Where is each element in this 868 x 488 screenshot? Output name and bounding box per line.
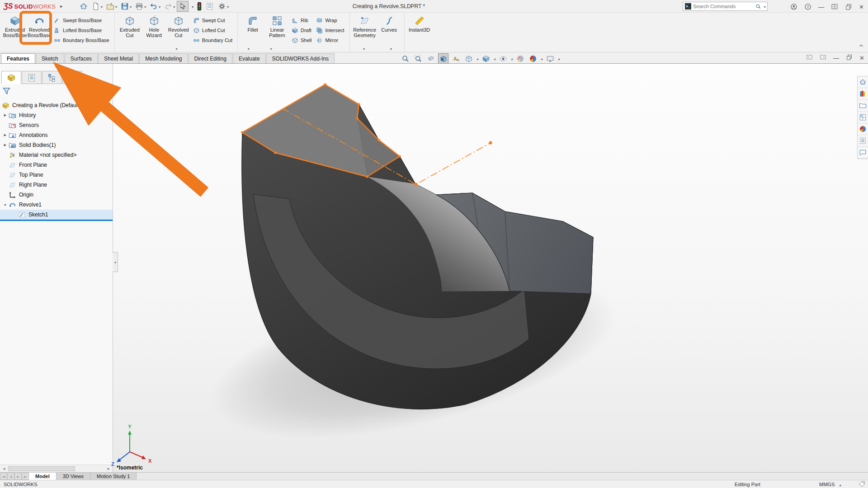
dropdown-caret-icon[interactable] — [362, 45, 364, 52]
view-orientation-button[interactable] — [463, 53, 474, 64]
expander-icon[interactable]: ▼ — [2, 203, 9, 206]
tree-item-sketch1[interactable]: Sketch1 — [0, 210, 113, 220]
tree-item-annotations[interactable]: ▶ Annotations — [0, 130, 113, 140]
search-commands-box[interactable]: >_ — [683, 2, 768, 11]
boundary-cut-button[interactable]: Boundary Cut — [191, 35, 235, 45]
search-icon[interactable] — [755, 4, 761, 9]
configurationmanager-tab[interactable] — [42, 71, 62, 84]
file-explorer-button[interactable] — [858, 100, 868, 112]
rebuild-button[interactable] — [195, 1, 203, 12]
tree-item-front-plane[interactable]: Front Plane — [0, 160, 113, 170]
tab-mesh-modeling[interactable]: Mesh Modeling — [139, 53, 188, 63]
propertymanager-tab[interactable] — [22, 71, 42, 84]
tree-item-top-plane[interactable]: Top Plane — [0, 170, 113, 180]
hole-wizard-button[interactable]: Hole Wizard — [142, 14, 166, 46]
previous-view-button[interactable] — [425, 53, 436, 64]
motion-study-tab[interactable]: Motion Study 1 — [90, 473, 137, 480]
tab-sheet-metal[interactable]: Sheet Metal — [98, 53, 139, 63]
panel-horizontal-scrollbar[interactable]: ◂ ▸ — [0, 465, 113, 472]
panel-flyout-handle[interactable]: ◂ — [113, 252, 118, 272]
appearances-scenes-button[interactable] — [858, 123, 868, 135]
revolved-cut-button[interactable]: Revolved Cut — [166, 14, 191, 46]
graphics-viewport[interactable]: *Isometric — [113, 64, 868, 472]
save-button[interactable] — [119, 1, 133, 12]
dynamic-annotation-views-button[interactable] — [451, 53, 461, 64]
lofted-boss-base-button[interactable]: Lofted Boss/Base — [52, 25, 112, 35]
first-study-button[interactable] — [0, 473, 7, 480]
tree-item-right-plane[interactable]: Right Plane — [0, 180, 113, 190]
scroll-right-icon[interactable]: ▸ — [105, 466, 112, 471]
tree-item-revolve1[interactable]: ▼ Revolve1 — [0, 200, 113, 210]
filter-funnel-icon[interactable] — [2, 87, 11, 95]
last-study-button[interactable] — [22, 473, 29, 480]
scroll-left-icon[interactable]: ◂ — [1, 466, 7, 471]
dropdown-caret-icon[interactable] — [226, 3, 228, 9]
tab-sketch[interactable]: Sketch — [36, 53, 64, 63]
options-button[interactable] — [216, 1, 230, 12]
tree-item-history[interactable]: ▶ History — [0, 110, 113, 120]
close-button[interactable]: ✕ — [859, 1, 864, 12]
extruded-boss-base-button[interactable]: Extruded Boss/Base — [3, 14, 27, 46]
tab-direct-editing[interactable]: Direct Editing — [189, 53, 232, 63]
tree-item-sensors[interactable]: Sensors — [0, 120, 113, 130]
tree-item-solid-bodies[interactable]: ▶ Solid Bodies(1) — [0, 140, 113, 150]
rollback-bar[interactable] — [0, 220, 113, 221]
zoom-to-area-button[interactable] — [413, 53, 423, 64]
tag-icon[interactable] — [859, 481, 865, 488]
model-tab[interactable]: Model — [29, 473, 57, 480]
swept-boss-base-button[interactable]: Swept Boss/Base — [52, 15, 112, 25]
zoom-to-fit-button[interactable] — [400, 53, 410, 64]
mirror-button[interactable]: Mirror — [314, 35, 346, 45]
hide-show-items-button[interactable] — [498, 53, 508, 64]
design-library-button[interactable] — [858, 88, 868, 100]
units-selector[interactable]: MMGS — [819, 482, 841, 487]
restore-button[interactable] — [844, 1, 853, 12]
minimize-button[interactable]: — — [818, 1, 825, 12]
wrap-button[interactable]: Wrap — [314, 15, 346, 25]
units-caret-icon[interactable] — [839, 482, 841, 487]
fillet-button[interactable]: Fillet — [241, 14, 265, 46]
dropdown-caret-icon[interactable] — [389, 45, 392, 52]
scrollbar-thumb[interactable] — [8, 466, 75, 471]
more-tabs-icon[interactable]: › — [86, 75, 88, 81]
dropdown-caret-icon[interactable] — [191, 3, 193, 9]
panel-grip[interactable] — [0, 64, 113, 69]
featuremanager-tree-tab[interactable] — [1, 71, 21, 84]
dropdown-caret-icon[interactable] — [269, 45, 272, 52]
dropdown-caret-icon[interactable] — [158, 3, 160, 9]
shell-button[interactable]: Shell — [289, 35, 314, 45]
boundary-boss-base-button[interactable]: Boundary Boss/Base — [52, 35, 112, 45]
show-left-pane-button[interactable] — [806, 54, 813, 62]
lofted-cut-button[interactable]: Lofted Cut — [191, 25, 235, 35]
instant3d-button[interactable]: Instant3D — [407, 14, 432, 46]
linear-pattern-button[interactable]: Linear Pattern — [265, 14, 289, 46]
dropdown-caret-icon[interactable] — [557, 56, 560, 62]
login-button[interactable] — [790, 1, 798, 12]
forum-button[interactable] — [858, 147, 868, 159]
tab-solidworks-add-ins[interactable]: SOLIDWORKS Add-Ins — [266, 53, 335, 63]
tree-item-material[interactable]: Material <not specified> — [0, 150, 113, 160]
select-dropdown[interactable] — [189, 1, 195, 12]
dropdown-caret-icon[interactable] — [476, 56, 478, 62]
arrange-windows-button[interactable] — [830, 1, 839, 12]
extruded-cut-button[interactable]: Extruded Cut — [118, 14, 142, 46]
apply-scene-button[interactable] — [528, 53, 538, 64]
reference-geometry-button[interactable]: Reference Geometry — [353, 14, 377, 46]
dropdown-caret-icon[interactable] — [763, 3, 765, 9]
doc-restore-button[interactable] — [846, 54, 853, 62]
dropdown-caret-icon[interactable] — [540, 56, 542, 62]
ribbon-collapse-icon[interactable] — [858, 42, 864, 50]
dropdown-caret-icon[interactable] — [129, 3, 131, 9]
tab-evaluate[interactable]: Evaluate — [233, 53, 266, 63]
revolved-boss-base-button[interactable]: Revolved Boss/Base — [27, 14, 52, 46]
help-button[interactable] — [804, 1, 812, 12]
show-right-pane-button[interactable] — [820, 54, 826, 62]
dropdown-caret-icon[interactable] — [143, 3, 146, 9]
solidworks-resources-button[interactable] — [858, 76, 868, 88]
view-palette-button[interactable] — [858, 112, 868, 123]
tab-features[interactable]: Features — [1, 53, 35, 63]
view-settings-button[interactable] — [545, 53, 555, 64]
intersect-button[interactable]: Intersect — [314, 25, 346, 35]
curves-button[interactable]: Curves — [377, 14, 401, 46]
expander-icon[interactable]: ▶ — [2, 133, 9, 137]
